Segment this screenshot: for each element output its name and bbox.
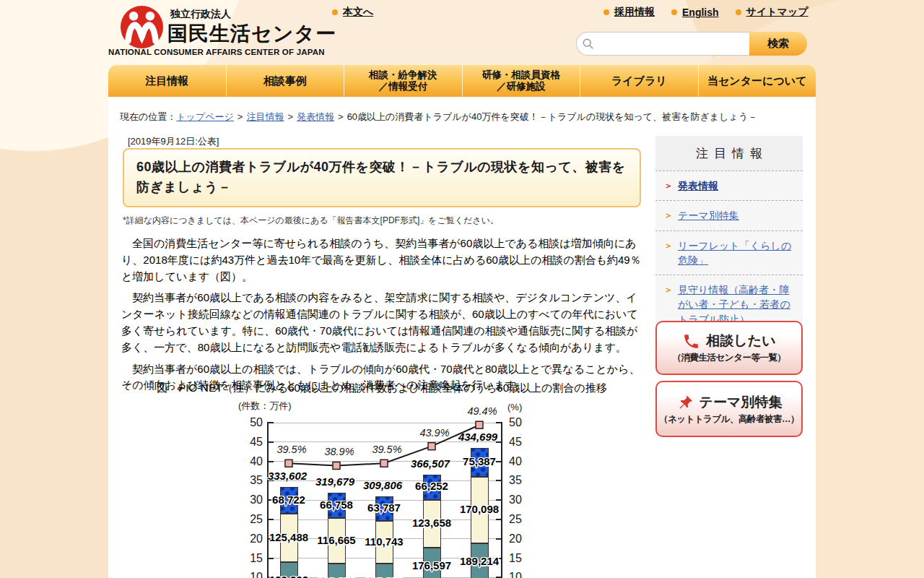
line-marker <box>333 462 340 469</box>
segment-value-label: 110,743 <box>349 535 419 548</box>
top-link-1[interactable]: 採用情報 <box>603 6 655 19</box>
axis-label-left: 25 <box>238 513 263 526</box>
article-paragraph-2: 契約当事者が60歳以上である相談の内容をみると、架空請求に関する相談や、デジタル… <box>121 290 642 355</box>
bullet-icon <box>603 9 609 15</box>
consult-button-label: 相談したい <box>706 332 775 350</box>
segment-value-label: 135,276 <box>349 575 419 578</box>
logo-mark-icon <box>120 5 164 49</box>
breadcrumb-separator: > <box>237 111 243 122</box>
chevron-right-icon: ＞ <box>664 180 673 193</box>
page-title: 60歳以上の消費者トラブルが40万件を突破！－トラブルの現状を知って、被害を防ぎ… <box>123 148 641 207</box>
chart-gridline <box>268 423 502 423</box>
segment-value-label: 66,252 <box>397 480 466 492</box>
sidebar-item-2[interactable]: ＞テーマ別特集 <box>655 200 803 230</box>
axis-label-left: 40 <box>238 455 263 468</box>
top-link-label: 採用情報 <box>614 6 655 19</box>
breadcrumb-link-3[interactable]: 発表情報 <box>297 111 334 122</box>
nav-tab-4[interactable]: 研修・相談員資格 ／研修施設 <box>462 65 580 97</box>
page: 独立行政法人 国民生活センター NATIONAL CONSUMER AFFAIR… <box>0 0 924 578</box>
axis-tick-left <box>268 422 274 423</box>
breadcrumb-separator: > <box>287 111 293 122</box>
top-link-label: サイトマップ <box>746 6 808 19</box>
article-paragraph-1: 全国の消費生活センター等に寄せられる相談のうち、契約当事者が60歳以上である相談… <box>121 236 642 285</box>
breadcrumb-prefix: 現在の位置： <box>120 111 176 122</box>
line-marker <box>428 443 435 450</box>
publish-date: [2019年9月12日:公表] <box>128 135 219 148</box>
themes-button-label: テーマ別特集 <box>699 393 783 412</box>
nav-tab-5[interactable]: ライブラリ <box>580 65 698 97</box>
nav-tab-1[interactable]: 注目情報 <box>108 65 226 97</box>
sidebar-title: 注目情報 <box>655 136 803 171</box>
axis-label-right: 10 <box>509 571 533 578</box>
segment-value-label: 75,387 <box>445 455 514 467</box>
top-links: 採用情報Englishサイトマップ <box>603 6 820 19</box>
sidebar-item-label: 発表情報 <box>678 178 718 193</box>
search-button[interactable]: 検索 <box>749 32 807 56</box>
top-link-2[interactable]: English <box>671 7 719 18</box>
total-value-label: 434,699 <box>440 431 515 443</box>
breadcrumb-separator: > <box>338 111 344 122</box>
article-body: 全国の消費生活センター等に寄せられる相談のうち、契約当事者が60歳以上である相談… <box>121 236 642 399</box>
percent-label: 49.4% <box>452 405 513 417</box>
axis-tick-left <box>268 461 274 462</box>
consult-button-sublabel: （消費生活センター等一覧） <box>673 352 786 364</box>
chevron-right-icon: ＞ <box>664 240 673 268</box>
nav-tab-3[interactable]: 相談・紛争解決 ／情報受付 <box>344 65 462 97</box>
breadcrumb-link-2[interactable]: 注目情報 <box>246 111 284 122</box>
nav-tab-6[interactable]: 当センターについて <box>698 65 816 97</box>
chevron-right-icon: ＞ <box>664 210 673 223</box>
pdf-note: *詳細な内容につきましては、本ページの最後にある「報告書本文[PDF形式]」をご… <box>123 215 499 227</box>
phone-icon <box>682 332 700 350</box>
axis-tick-left <box>268 441 274 443</box>
sidebar-item-label: リーフレット「くらしの危険」 <box>678 238 797 268</box>
segment-value-label: 123,658 <box>397 517 466 529</box>
breadcrumb-link-1[interactable]: トップページ <box>176 111 234 122</box>
percent-label: 39.5% <box>357 444 417 455</box>
bullet-icon <box>332 9 338 15</box>
sidebar-item-1[interactable]: ＞発表情報 <box>655 171 803 200</box>
skip-to-content-link[interactable]: 本文へ <box>332 6 373 19</box>
org-name: 国民生活センター <box>167 20 336 48</box>
axis-label-right: 35 <box>509 474 533 487</box>
search-icon <box>582 38 595 51</box>
search-input[interactable] <box>576 32 749 56</box>
org-type-label: 独立行政法人 <box>170 8 231 21</box>
sidebar-item-label: 見守り情報（高齢者・障がい者・子ども・若者のトラブル防止） <box>678 282 797 327</box>
nav-tab-2[interactable]: 相談事例 <box>226 65 344 97</box>
pushpin-icon <box>676 394 694 411</box>
themes-button[interactable]: テーマ別特集 （ネットトラブル、高齢者被害…） <box>655 381 803 437</box>
sidebar-item-label: テーマ別特集 <box>678 208 739 223</box>
axis-unit-left: (件数：万件) <box>238 400 292 413</box>
top-link-3[interactable]: サイトマップ <box>736 6 808 19</box>
site-logo[interactable] <box>120 5 164 49</box>
top-link-label: English <box>682 7 719 18</box>
axis-tick-left <box>268 558 274 559</box>
trend-chart: (件数：万件)(%)505045454040353530302525202015… <box>238 400 536 578</box>
sidebar-highlight-box: 注目情報 ＞発表情報＞テーマ別特集＞リーフレット「くらしの危険」＞見守り情報（高… <box>655 136 803 334</box>
segment-value-label: 189,214 <box>445 555 514 567</box>
bullet-icon <box>736 9 741 15</box>
sidebar-item-3[interactable]: ＞リーフレット「くらしの危険」 <box>655 230 803 275</box>
breadcrumb-current: 60歳以上の消費者トラブルが40万件を突破！－トラブルの現状を知って、被害を防ぎ… <box>347 111 757 122</box>
org-name-english: NATIONAL CONSUMER AFFAIRS CENTER OF JAPA… <box>108 48 325 56</box>
themes-button-sublabel: （ネットトラブル、高齢者被害…） <box>659 413 799 426</box>
bullet-icon <box>671 9 677 15</box>
axis-label-left: 15 <box>238 552 263 565</box>
axis-label-right: 50 <box>509 416 533 429</box>
figure-caption: 図 PIO-NET（注）にみる60歳以上の相談件数および相談全体のうち60歳以上… <box>121 381 642 395</box>
segment-value-label: 170,098 <box>445 503 514 515</box>
consult-button[interactable]: 相談したい （消費生活センター等一覧） <box>655 321 803 375</box>
axis-label-left: 45 <box>238 436 263 449</box>
axis-label-right: 20 <box>509 532 533 545</box>
axis-label-left: 50 <box>238 416 263 429</box>
main-nav: 注目情報相談事例相談・紛争解決 ／情報受付研修・相談員資格 ／研修施設ライブラリ… <box>108 65 816 97</box>
axis-tick-left <box>268 519 274 520</box>
breadcrumb: 現在の位置：トップページ>注目情報>発表情報>60歳以上の消費者トラブルが40万… <box>120 111 806 124</box>
segment-value-label: 63,787 <box>349 501 419 514</box>
